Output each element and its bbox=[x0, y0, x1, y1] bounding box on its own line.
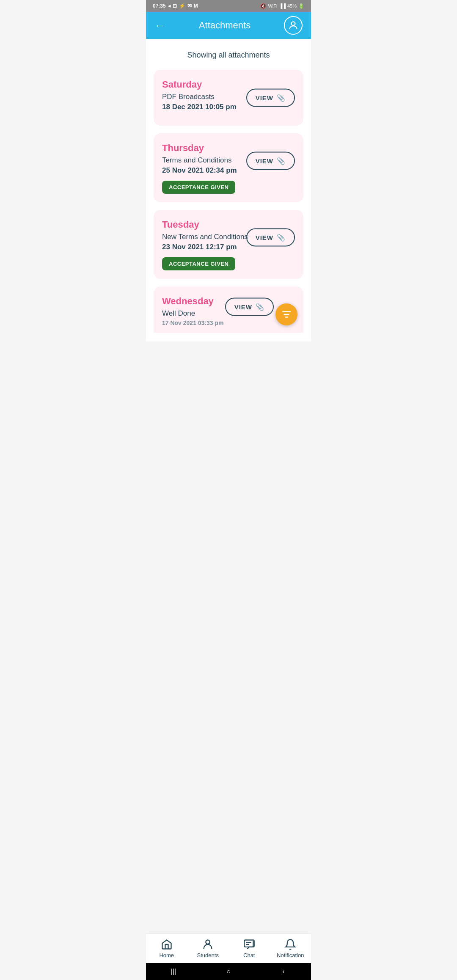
saturday-card: Saturday PDF Broadcasts 18 Dec 2021 10:0… bbox=[154, 70, 303, 126]
thursday-card: Thursday Terms and Conditions 25 Nov 202… bbox=[154, 133, 303, 202]
user-avatar-button[interactable] bbox=[284, 16, 303, 35]
view-label-saturday: VIEW bbox=[256, 94, 273, 102]
battery-icon: 🔋 bbox=[298, 3, 304, 9]
view-label-wednesday: VIEW bbox=[234, 303, 252, 311]
m-icon: M bbox=[194, 3, 198, 9]
status-time: 07:35 ◂ ⊡ ⚡ ✉ M bbox=[153, 3, 198, 9]
view-button-thursday[interactable]: VIEW 📎 bbox=[246, 152, 295, 170]
signal-icon: ▐▐ bbox=[279, 3, 286, 8]
time-display: 07:35 bbox=[153, 3, 166, 9]
paperclip-icon-tuesday: 📎 bbox=[277, 234, 286, 242]
paperclip-icon-saturday: 📎 bbox=[277, 94, 286, 102]
mute-icon: 🔇 bbox=[260, 3, 266, 9]
view-label-thursday: VIEW bbox=[256, 157, 273, 165]
view-label-tuesday: VIEW bbox=[256, 234, 273, 241]
wifi-icon: WiFi bbox=[268, 3, 277, 8]
tuesday-card: Tuesday New Terms and Conditions 23 Nov … bbox=[154, 210, 303, 279]
main-content: Showing all attachments Saturday PDF Bro… bbox=[146, 39, 311, 341]
showing-all-label: Showing all attachments bbox=[154, 51, 303, 60]
page-title: Attachments bbox=[165, 20, 284, 31]
card-date-wednesday: 17 Nov 2021 03:33 pm bbox=[162, 319, 295, 326]
bluetooth-icon: ⚡ bbox=[179, 3, 185, 9]
view-button-wednesday[interactable]: VIEW 📎 bbox=[225, 298, 274, 316]
wednesday-card: Wednesday Well Done 17 Nov 2021 03:33 pm… bbox=[154, 286, 303, 333]
paperclip-icon-wednesday: 📎 bbox=[256, 303, 264, 311]
acceptance-badge-tuesday: ACCEPTANCE GIVEN bbox=[162, 257, 235, 270]
back-button[interactable]: ← bbox=[154, 20, 165, 31]
photo-icon: ⊡ bbox=[173, 3, 177, 9]
status-right: 🔇 WiFi ▐▐ 45% 🔋 bbox=[260, 3, 304, 9]
view-button-saturday[interactable]: VIEW 📎 bbox=[246, 89, 295, 107]
mail-icon: ✉ bbox=[187, 3, 192, 9]
view-button-tuesday[interactable]: VIEW 📎 bbox=[246, 228, 295, 247]
status-bar: 07:35 ◂ ⊡ ⚡ ✉ M 🔇 WiFi ▐▐ 45% 🔋 bbox=[146, 0, 311, 12]
app-header: ← Attachments bbox=[146, 12, 311, 39]
nav-icon: ◂ bbox=[168, 3, 171, 9]
acceptance-badge-thursday: ACCEPTANCE GIVEN bbox=[162, 181, 235, 194]
paperclip-icon-thursday: 📎 bbox=[277, 157, 286, 165]
battery-display: 45% bbox=[287, 3, 297, 8]
svg-point-0 bbox=[292, 22, 295, 25]
filter-fab-button[interactable] bbox=[275, 303, 297, 325]
